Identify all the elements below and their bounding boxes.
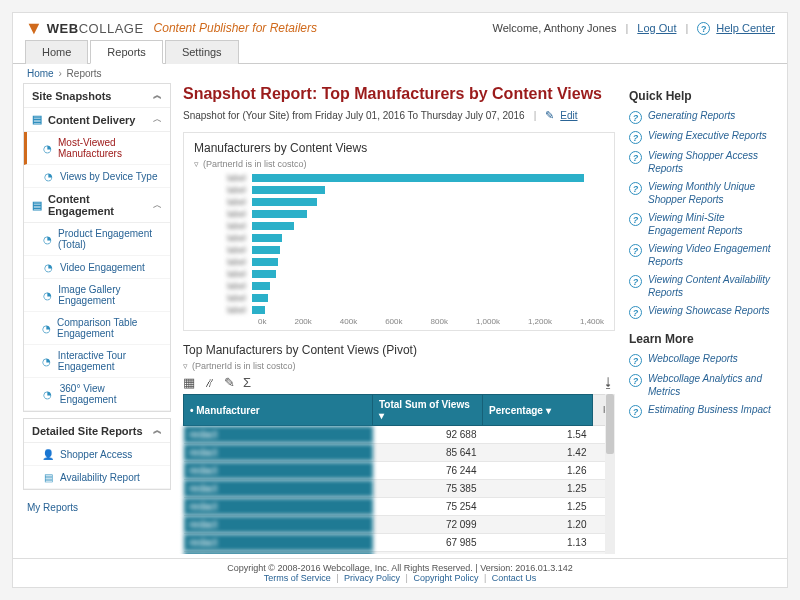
chart-x-axis: 0k200k400k600k800k1,000k1,200k1,400k: [194, 317, 604, 326]
table-scrollbar[interactable]: [605, 394, 615, 554]
pivot-panel: Top Manufacturers by Content Views (Pivo…: [183, 343, 615, 554]
logout-link[interactable]: Log Out: [637, 22, 676, 34]
help-icon: ?: [629, 182, 642, 195]
chart-bar-row: label: [194, 293, 604, 303]
learn-link[interactable]: ?Webcollage Reports: [629, 350, 775, 370]
sidebar-item[interactable]: ◔Most-Viewed Manufacturers: [24, 132, 170, 165]
footer-link[interactable]: Contact Us: [492, 573, 537, 583]
page-title: Snapshot Report: Top Manufacturers by Co…: [183, 85, 615, 103]
pivot-edit-icon[interactable]: ✎: [224, 375, 235, 390]
help-link[interactable]: ?Viewing Executive Reports: [629, 127, 775, 147]
chart-title: Manufacturers by Content Views: [194, 141, 604, 155]
report-icon: 👤: [42, 448, 54, 460]
brand-logo: ▼ WEBCOLLAGE Content Publisher for Retai…: [25, 19, 317, 37]
filter-icon: ▿: [194, 159, 199, 169]
site-snapshots-panel: Site Snapshots ︽ ▤Content Delivery︿◔Most…: [23, 83, 171, 412]
pivot-table: • ManufacturerTotal Sum of Views ▾Percen…: [183, 394, 615, 554]
help-icon: ?: [629, 354, 642, 367]
pie-chart-icon: ◔: [42, 233, 52, 245]
pivot-chart-icon[interactable]: ⫽: [203, 375, 216, 390]
footer-copyright: Copyright © 2008-2016 Webcollage, Inc. A…: [17, 563, 783, 573]
table-row[interactable]: redact67 9851.13: [184, 534, 615, 552]
table-header[interactable]: Total Sum of Views ▾: [373, 395, 483, 426]
my-reports-link[interactable]: My Reports: [23, 496, 171, 519]
chart-bar-row: label: [194, 221, 604, 231]
help-link[interactable]: ?Viewing Video Engagement Reports: [629, 240, 775, 271]
pivot-sum-icon[interactable]: Σ: [243, 375, 251, 390]
table-row[interactable]: redact72 0991.20: [184, 516, 615, 534]
pivot-filter-note: (PartnerId is in list costco): [192, 361, 296, 371]
help-center-link[interactable]: Help Center: [716, 22, 775, 34]
table-row[interactable]: redact75 2541.25: [184, 498, 615, 516]
pie-chart-icon: ◔: [42, 142, 52, 154]
footer-link[interactable]: Terms of Service: [264, 573, 331, 583]
table-row[interactable]: redact92 6881.54: [184, 426, 615, 444]
help-icon: ?: [629, 111, 642, 124]
help-link[interactable]: ?Viewing Shopper Access Reports: [629, 147, 775, 178]
sidebar-section[interactable]: ▤Content Engagement︿: [24, 188, 170, 223]
edit-link[interactable]: Edit: [560, 110, 577, 121]
table-row[interactable]: redact76 2441.26: [184, 462, 615, 480]
sidebar-item[interactable]: ▤Availability Report: [24, 466, 170, 489]
help-link[interactable]: ?Viewing Showcase Reports: [629, 302, 775, 322]
pie-chart-icon: ◔: [42, 388, 54, 400]
footer: Copyright © 2008-2016 Webcollage, Inc. A…: [13, 558, 787, 587]
document-icon: ▤: [32, 199, 42, 212]
pie-chart-icon: ◔: [42, 289, 52, 301]
chart-filter-note: (PartnerId is in list costco): [203, 159, 307, 169]
collapse-icon[interactable]: ︽: [153, 89, 162, 102]
pivot-title: Top Manufacturers by Content Views (Pivo…: [183, 343, 615, 357]
help-icon: ?: [629, 374, 642, 387]
sidebar-item[interactable]: ◔Video Engagement: [24, 256, 170, 279]
table-row[interactable]: redact65 7881.09: [184, 552, 615, 555]
help-link[interactable]: ?Viewing Monthly Unique Shopper Reports: [629, 178, 775, 209]
tab-settings[interactable]: Settings: [165, 40, 239, 64]
detailed-reports-title: Detailed Site Reports: [32, 425, 143, 437]
chart-bar-row: label: [194, 269, 604, 279]
footer-link[interactable]: Privacy Policy: [344, 573, 400, 583]
learn-link[interactable]: ?Webcollage Analytics and Metrics: [629, 370, 775, 401]
footer-link[interactable]: Copyright Policy: [413, 573, 478, 583]
sidebar-item[interactable]: ◔360° View Engagement: [24, 378, 170, 411]
chart-bar-row: label: [194, 281, 604, 291]
sidebar-item[interactable]: 👤Shopper Access: [24, 443, 170, 466]
edit-icon: ✎: [545, 109, 554, 122]
learn-link[interactable]: ?Estimating Business Impact: [629, 401, 775, 421]
collapse-icon[interactable]: ︽: [153, 424, 162, 437]
breadcrumb: Home › Reports: [13, 64, 787, 83]
table-row[interactable]: redact85 6411.42: [184, 444, 615, 462]
sidebar-item[interactable]: ◔Interactive Tour Engagement: [24, 345, 170, 378]
chevron-up-icon: ︿: [153, 199, 162, 212]
help-icon: ?: [697, 22, 710, 35]
help-link[interactable]: ?Generating Reports: [629, 107, 775, 127]
logo-mark-icon: ▼: [25, 19, 43, 37]
tab-reports[interactable]: Reports: [90, 40, 163, 64]
main-tabs: HomeReportsSettings: [13, 39, 787, 64]
chart-bar-row: label: [194, 233, 604, 243]
sidebar-item[interactable]: ◔Product Engagement (Total): [24, 223, 170, 256]
quick-help-title: Quick Help: [629, 89, 775, 103]
table-row[interactable]: redact75 3851.25: [184, 480, 615, 498]
sidebar-item[interactable]: ◔Comparison Table Engagement: [24, 312, 170, 345]
help-link[interactable]: ?Viewing Mini-Site Engagement Reports: [629, 209, 775, 240]
download-icon[interactable]: ⭳: [602, 375, 615, 390]
help-icon: ?: [629, 306, 642, 319]
help-icon: ?: [629, 131, 642, 144]
brand-tagline: Content Publisher for Retailers: [154, 21, 317, 35]
chart-bar-row: label: [194, 173, 604, 183]
pivot-grid-icon[interactable]: ▦: [183, 375, 195, 390]
breadcrumb-home[interactable]: Home: [27, 68, 54, 79]
chart-bar-row: label: [194, 245, 604, 255]
sidebar-item[interactable]: ◔Views by Device Type: [24, 165, 170, 188]
sidebar-section[interactable]: ▤Content Delivery︿: [24, 108, 170, 132]
sidebar-item[interactable]: ◔Image Gallery Engagement: [24, 279, 170, 312]
help-icon: ?: [629, 405, 642, 418]
help-link[interactable]: ?Viewing Content Availability Reports: [629, 271, 775, 302]
table-header[interactable]: Percentage ▾: [483, 395, 593, 426]
table-header[interactable]: • Manufacturer: [184, 395, 373, 426]
brand-name: WEBCOLLAGE: [47, 21, 144, 36]
chart-panel: Manufacturers by Content Views ▿ (Partne…: [183, 132, 615, 331]
welcome-user: Welcome, Anthony Jones: [493, 22, 617, 34]
tab-home[interactable]: Home: [25, 40, 88, 64]
chart-bar-row: label: [194, 185, 604, 195]
